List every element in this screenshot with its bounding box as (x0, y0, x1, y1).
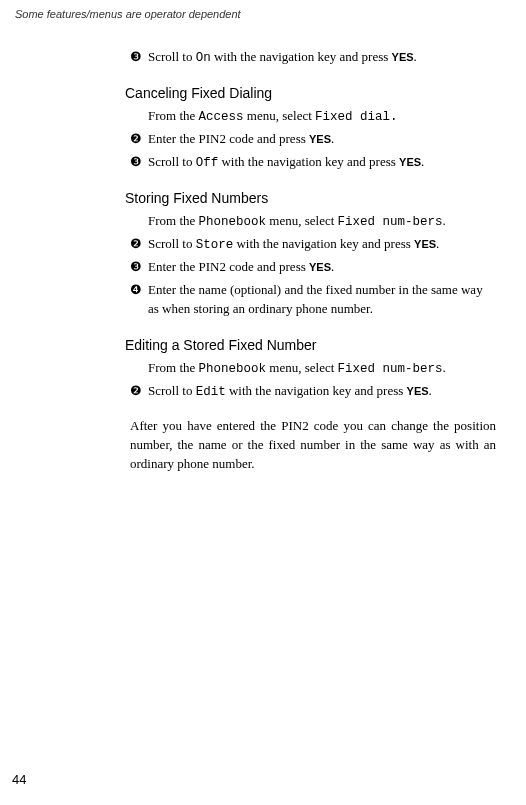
text: menu, select (244, 108, 315, 123)
mono-text: Edit (196, 385, 226, 399)
key-label: YES (407, 385, 429, 397)
mono-text: On (196, 51, 211, 65)
key-label: YES (399, 156, 421, 168)
text: with the navigation key and press (226, 383, 407, 398)
text: . (331, 259, 334, 274)
text: From the (148, 360, 199, 375)
text: Scroll to (148, 49, 196, 64)
intro-text: From the Phonebook menu, select Fixed nu… (148, 212, 496, 231)
mono-text: Phonebook (199, 215, 267, 229)
step-text: Scroll to On with the navigation key and… (148, 48, 496, 67)
step-number-2: ❷ (130, 130, 148, 149)
key-label: YES (309, 261, 331, 273)
text: Enter the PIN2 code and press (148, 259, 309, 274)
mono-text: Fixed num-bers (338, 215, 443, 229)
intro-text: From the Phonebook menu, select Fixed nu… (148, 359, 496, 378)
text: Scroll to (148, 236, 196, 251)
step-item: ❸ Scroll to Off with the navigation key … (130, 153, 496, 172)
step-number-3: ❸ (130, 258, 148, 277)
text: menu, select (266, 360, 337, 375)
text: . (443, 213, 446, 228)
main-content: ❸ Scroll to On with the navigation key a… (130, 48, 496, 474)
step-item: ❷ Enter the PIN2 code and press YES. (130, 130, 496, 149)
step-text: Enter the PIN2 code and press YES. (148, 130, 496, 149)
page-number: 44 (12, 772, 26, 787)
step-number-2: ❷ (130, 382, 148, 401)
step-number-2: ❷ (130, 235, 148, 254)
text: Scroll to (148, 154, 196, 169)
closing-paragraph: After you have entered the PIN2 code you… (130, 417, 496, 474)
step-item: ❷ Scroll to Edit with the navigation key… (130, 382, 496, 401)
step-item: ❹ Enter the name (optional) and the fixe… (130, 281, 496, 319)
step-item: ❸ Enter the PIN2 code and press YES. (130, 258, 496, 277)
heading-editing: Editing a Stored Fixed Number (125, 337, 496, 353)
text: . (443, 360, 446, 375)
text: . (331, 131, 334, 146)
step-text: Scroll to Store with the navigation key … (148, 235, 496, 254)
step-number-3: ❸ (130, 153, 148, 172)
text: . (421, 154, 424, 169)
text: Scroll to (148, 383, 196, 398)
mono-text: Phonebook (199, 362, 267, 376)
text: From the (148, 108, 199, 123)
key-label: YES (392, 51, 414, 63)
text: Enter the PIN2 code and press (148, 131, 309, 146)
text: menu, select (266, 213, 337, 228)
text: with the navigation key and press (233, 236, 414, 251)
mono-text: Store (196, 238, 234, 252)
intro-text: From the Access menu, select Fixed dial. (148, 107, 496, 126)
text: with the navigation key and press (218, 154, 399, 169)
heading-canceling: Canceling Fixed Dialing (125, 85, 496, 101)
text: . (429, 383, 432, 398)
key-label: YES (309, 133, 331, 145)
step-text: Enter the name (optional) and the fixed … (148, 281, 496, 319)
text: . (414, 49, 417, 64)
mono-text: Access (199, 110, 244, 124)
step-number-3: ❸ (130, 48, 148, 67)
text: with the navigation key and press (211, 49, 392, 64)
step-item: ❸ Scroll to On with the navigation key a… (130, 48, 496, 67)
mono-text: Off (196, 156, 219, 170)
step-number-4: ❹ (130, 281, 148, 300)
mono-text: Fixed num-bers (338, 362, 443, 376)
key-label: YES (414, 238, 436, 250)
step-text: Scroll to Edit with the navigation key a… (148, 382, 496, 401)
step-item: ❷ Scroll to Store with the navigation ke… (130, 235, 496, 254)
text: From the (148, 213, 199, 228)
step-text: Enter the PIN2 code and press YES. (148, 258, 496, 277)
header-note: Some features/menus are operator depende… (15, 8, 496, 20)
heading-storing: Storing Fixed Numbers (125, 190, 496, 206)
text: . (436, 236, 439, 251)
mono-text: Fixed dial. (315, 110, 398, 124)
step-text: Scroll to Off with the navigation key an… (148, 153, 496, 172)
